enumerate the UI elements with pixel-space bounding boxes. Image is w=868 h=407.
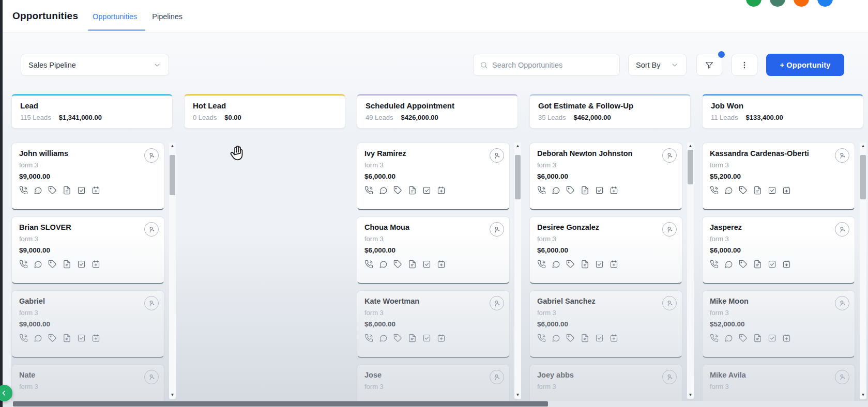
task-icon[interactable]	[768, 334, 776, 342]
opportunity-card[interactable]: Desiree Gonzalez form 3 $6,000.00	[529, 216, 682, 284]
task-icon[interactable]	[422, 260, 431, 269]
assign-user-icon[interactable]	[144, 296, 159, 310]
assign-user-icon[interactable]	[144, 148, 159, 163]
assign-user-icon[interactable]	[835, 148, 849, 163]
phone-icon[interactable]	[19, 186, 28, 195]
assign-user-icon[interactable]	[144, 222, 159, 237]
opportunity-card[interactable]: Gabriel Sanchez form 3 $6,000.00	[529, 290, 682, 358]
opportunity-card[interactable]: Jasperez form 3 $6,000.00	[702, 216, 855, 284]
task-icon[interactable]	[422, 186, 431, 195]
phone-icon[interactable]	[19, 260, 28, 269]
tag-icon[interactable]	[739, 186, 748, 195]
scrollbar-thumb[interactable]	[515, 155, 521, 199]
assign-user-icon[interactable]	[662, 222, 677, 237]
document-icon[interactable]	[408, 334, 417, 342]
message-icon[interactable]	[379, 186, 388, 195]
message-icon[interactable]	[552, 186, 560, 195]
scroll-down-icon[interactable]: ▼	[514, 392, 521, 399]
calendar-icon[interactable]	[610, 186, 618, 195]
calendar-icon[interactable]	[437, 334, 446, 342]
scroll-down-icon[interactable]: ▼	[860, 392, 866, 399]
scroll-up-icon[interactable]: ▲	[514, 143, 521, 150]
calendar-icon[interactable]	[92, 334, 100, 342]
avatar[interactable]	[794, 0, 809, 7]
calendar-icon[interactable]	[610, 260, 618, 269]
task-icon[interactable]	[77, 186, 86, 195]
phone-icon[interactable]	[537, 260, 546, 269]
opportunity-card[interactable]: Joey abbs form 3	[529, 364, 682, 401]
opportunity-card[interactable]: Ivy Ramirez form 3 $6,000.00	[357, 143, 510, 210]
document-icon[interactable]	[408, 186, 417, 195]
document-icon[interactable]	[753, 260, 762, 269]
opportunity-card[interactable]: Kassandra Cardenas-Oberti form 3 $5,200.…	[702, 143, 855, 210]
tag-icon[interactable]	[48, 334, 57, 342]
tab-pipelines[interactable]: Pipelines	[146, 0, 192, 33]
opportunity-card[interactable]: Mike Avila form 3	[702, 364, 855, 401]
calendar-icon[interactable]	[92, 186, 100, 195]
task-icon[interactable]	[422, 334, 431, 342]
tag-icon[interactable]	[739, 260, 748, 269]
pipeline-select[interactable]: Sales Pipeline	[21, 54, 169, 76]
opportunity-card[interactable]: Deborah Newton Johnston form 3 $6,000.00	[529, 143, 682, 210]
opportunity-card[interactable]: Brian SLOVER form 3 $9,000.00	[11, 216, 164, 284]
calendar-icon[interactable]	[782, 334, 791, 342]
task-icon[interactable]	[595, 260, 604, 269]
scrollbar-thumb[interactable]	[688, 150, 693, 184]
document-icon[interactable]	[581, 334, 589, 342]
calendar-icon[interactable]	[610, 334, 618, 342]
message-icon[interactable]	[379, 334, 388, 342]
assign-user-icon[interactable]	[835, 296, 849, 310]
tag-icon[interactable]	[393, 260, 402, 269]
message-icon[interactable]	[724, 186, 733, 195]
search-input[interactable]	[492, 61, 613, 69]
message-icon[interactable]	[379, 260, 388, 269]
message-icon[interactable]	[34, 186, 42, 195]
assign-user-icon[interactable]	[144, 370, 159, 384]
tag-icon[interactable]	[566, 334, 575, 342]
tab-opportunities[interactable]: Opportunities	[87, 0, 146, 33]
document-icon[interactable]	[63, 260, 71, 269]
tag-icon[interactable]	[393, 334, 402, 342]
scroll-up-icon[interactable]: ▲	[860, 143, 866, 150]
phone-icon[interactable]	[364, 260, 373, 269]
assign-user-icon[interactable]	[490, 370, 504, 384]
phone-icon[interactable]	[364, 334, 373, 342]
task-icon[interactable]	[768, 260, 776, 269]
task-icon[interactable]	[77, 334, 86, 342]
more-options-button[interactable]	[732, 54, 757, 76]
tag-icon[interactable]	[48, 260, 57, 269]
phone-icon[interactable]	[537, 186, 546, 195]
phone-icon[interactable]	[710, 186, 719, 195]
message-icon[interactable]	[552, 260, 560, 269]
opportunity-card[interactable]: Gabriel form 3 $9,000.00	[11, 290, 164, 358]
message-icon[interactable]	[724, 260, 733, 269]
phone-icon[interactable]	[19, 334, 28, 342]
tag-icon[interactable]	[566, 260, 575, 269]
opportunity-card[interactable]: Kate Woertman form 3 $6,000.00	[357, 290, 510, 358]
tag-icon[interactable]	[393, 186, 402, 195]
calendar-icon[interactable]	[92, 260, 100, 269]
message-icon[interactable]	[552, 334, 560, 342]
calendar-icon[interactable]	[437, 260, 446, 269]
task-icon[interactable]	[595, 186, 604, 195]
message-icon[interactable]	[34, 334, 42, 342]
scroll-up-icon[interactable]: ▲	[169, 143, 176, 150]
document-icon[interactable]	[63, 334, 71, 342]
scroll-down-icon[interactable]: ▼	[169, 392, 176, 399]
assign-user-icon[interactable]	[662, 296, 677, 310]
scrollbar-thumb[interactable]	[860, 155, 866, 199]
document-icon[interactable]	[408, 260, 417, 269]
opportunity-card[interactable]: Mike Moon form 3 $52,000.00	[702, 290, 855, 358]
document-icon[interactable]	[581, 260, 589, 269]
avatar[interactable]	[746, 0, 762, 7]
scroll-up-icon[interactable]: ▲	[687, 143, 694, 150]
opportunity-card[interactable]: Choua Moua form 3 $6,000.00	[357, 216, 510, 284]
calendar-icon[interactable]	[437, 186, 446, 195]
horizontal-scrollbar-thumb[interactable]	[13, 401, 548, 406]
assign-user-icon[interactable]	[835, 222, 849, 237]
tag-icon[interactable]	[48, 186, 57, 195]
phone-icon[interactable]	[710, 260, 719, 269]
new-opportunity-button[interactable]: + Opportunity	[766, 54, 844, 76]
avatar[interactable]	[770, 0, 785, 7]
document-icon[interactable]	[63, 186, 71, 195]
